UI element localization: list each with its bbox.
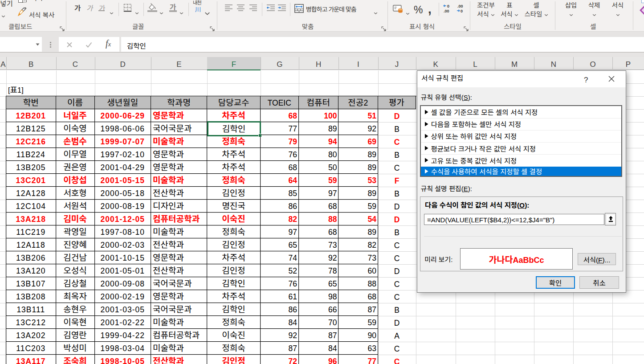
svg-text:0: 0	[447, 4, 449, 8]
svg-text:.00: .00	[444, 9, 449, 13]
svg-text:0: 0	[461, 9, 463, 13]
svg-text:.00: .00	[457, 4, 463, 8]
